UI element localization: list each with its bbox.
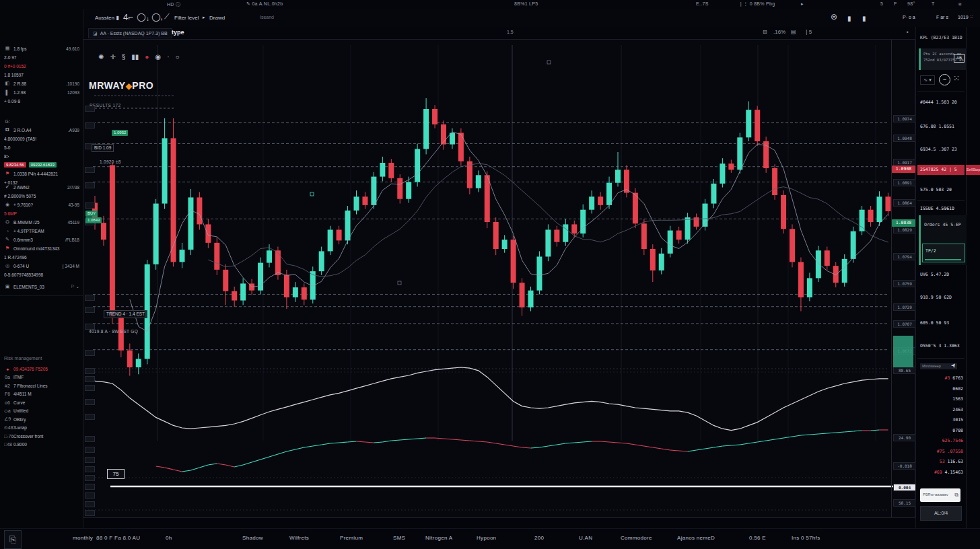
tab-tool-icon[interactable]: .16% [773,29,785,35]
watchlist-row[interactable]: ⚑1.0338 P4h 4-4442821 [4,170,79,178]
ladder-row[interactable]: 2463 [952,407,963,412]
chart-tab[interactable]: ◪ AA · Essts (NASDAQ 1P7.3) BB [88,28,172,38]
dom-row[interactable]: 605.0 50 93 [920,320,963,326]
tp-box[interactable]: TP/2 [922,244,965,262]
toolbar-item[interactable]: ▮ [862,15,866,22]
dom-row[interactable]: 6934.5 .307 23 [920,147,963,152]
watchlist-row[interactable]: 4.8000009 (TA5! [4,135,79,143]
toolbar-item[interactable]: P· o a [903,15,915,20]
risk-row[interactable]: F64/4511 M [4,390,79,398]
dom-row[interactable]: OS50'S 3 1.3063 [920,343,963,349]
titlebar-item[interactable]: HD ⓘ [167,1,180,8]
toolbar-item[interactable]: ▮ [847,15,851,22]
watchlist-row[interactable]: 1 R.472496 [4,253,79,261]
section-icon[interactable]: § [122,53,126,61]
globe-icon[interactable]: ✺ [98,53,104,61]
dot-icon[interactable]: · [167,53,169,61]
candlestick-chart[interactable] [83,40,915,517]
dom-row[interactable]: 676.08 1.0551 [920,124,963,129]
toolbar-item[interactable]: Drawd [209,15,225,21]
risk-row[interactable]: ∠9OBbry [4,415,79,423]
order-input[interactable]: P5Rw-aaaaav ⧉ [920,488,960,502]
minus-circle-button[interactable]: − [939,74,950,85]
dom-row[interactable]: UV6 5.47.2D [920,272,963,277]
titlebar-item[interactable]: F [894,1,897,6]
camera-icon[interactable]: ◉ [155,53,161,61]
titlebar-item[interactable]: ❘⋮ 0 8B% Pbg [739,1,775,7]
watchlist-row[interactable]: ◉+ 9.7610?43-95 [4,200,79,209]
risk-row[interactable]: o6Curve [4,398,79,406]
ladder-row[interactable]: 1563 [952,396,963,402]
dom-row[interactable]: 575.0 503 20 [920,187,963,192]
titlebar-item[interactable]: E..7S [696,1,709,6]
titlebar-item[interactable]: 5 [880,1,883,6]
watchlist-row[interactable]: 2-0 97 [4,53,79,61]
watchlist-row[interactable]: 9.8234.5609232.61833 [4,161,79,169]
watchlist-row[interactable]: ◧2 R.88.10190 [4,79,79,87]
bars-icon[interactable]: ▮▮ [131,53,139,61]
ladder-row[interactable]: 0708 [952,428,963,433]
titlebar-item[interactable]: 8B%1 LP5 [514,1,538,6]
dom-row-sell[interactable]: 2547825 42 | 5 [917,165,965,175]
watchlist-row[interactable]: ◎0-674 U| 3434 M [4,262,79,270]
watchlist-row[interactable]: ◔+ 4.9TPTREAM [4,227,79,235]
watchlist-row[interactable]: ⚑Omnimund md4T31343 [4,244,79,252]
toolbar-item[interactable]: Iseand [260,15,274,20]
watchlist-row[interactable]: 0-5.6079748534998 [4,270,79,279]
risk-row[interactable]: □-76Crossover front [4,432,79,440]
ladder-row[interactable]: 0602 [952,386,963,392]
dom-row[interactable]: 918.9 50 62D [920,295,963,300]
titlebar-item[interactable]: T [932,1,935,6]
ladder-row[interactable]: #69 4.15463 [934,470,963,475]
toolbar-item[interactable]: ↓ [146,15,149,22]
watchlist-row[interactable]: 5 6MP [4,209,79,217]
risk-row[interactable]: ◇aUntitled [4,407,79,415]
tab-tool-icon[interactable]: ▤ [791,29,796,35]
watchlist-row[interactable]: # 2.8000% 5075 [4,192,79,200]
flag-icon[interactable]: ⚐ ⌄ [71,284,79,289]
dom-row[interactable]: #0444 1.503 20 [920,100,963,105]
risk-row[interactable]: ●09.434376 F5205 [4,365,79,373]
tab-tool-icon[interactable]: ⊞ [763,29,767,35]
copy-icon[interactable]: ⧉ [954,492,958,499]
record-icon[interactable]: ● [145,53,149,61]
toolbar-item[interactable]: Filter level [174,15,199,21]
titlebar-item[interactable]: 98° [907,1,915,6]
watchlist-row[interactable]: ✎0.6mmm3/FLB18 [4,235,79,244]
toolbar-item[interactable]: ⊜ [831,12,837,22]
risk-row[interactable]: □480.8000 [4,441,79,449]
watchlist-row[interactable]: 1.8 10597 [4,71,79,79]
watchlist-row[interactable]: G: [4,117,79,125]
ladder-row[interactable]: 3015 [952,417,963,423]
submit-button[interactable]: AL:0/4 [920,506,962,521]
titlebar-item[interactable]: ✎ 0a A.NL.0h2b [246,1,283,7]
workspace-icon[interactable]: ⎘ [4,530,22,549]
risk-row[interactable]: 0aITMF [4,373,79,381]
toolbar-item[interactable]: ◯ [137,12,145,22]
tab-tool-icon[interactable]: ▪ [907,29,909,35]
watchlist-row[interactable]: 🞓3 R.O.A4.A939 [4,126,79,134]
risk-row[interactable]: #27 Fibonacci Lines [4,381,79,390]
watchlist-row[interactable]: ▌1.2.9812093 [4,88,79,96]
toolbar-item[interactable]: 1019 ⁙ [958,15,973,20]
toolbar-item[interactable]: ⟋ [164,12,170,21]
watchlist-row[interactable]: ▦1.8 fps49.610 [4,44,79,52]
risk-row[interactable]: ⊙483-wrap [4,424,79,432]
toolbar-item[interactable]: ◯, [151,12,163,22]
toolbar-item[interactable]: Aussten ▮ [95,15,119,21]
ladder-row[interactable]: 625.7546 [942,438,963,443]
toolbar-item[interactable]: F ar s [936,15,948,20]
ladder-row[interactable]: #3 6763 [945,375,963,381]
titlebar-item[interactable]: ⧇ [958,1,962,7]
circle-icon[interactable]: ○ [175,53,179,61]
elements-row[interactable]: ▣ ELEMENTS_03 ⚐ ⌄ [4,283,79,291]
ladder-row[interactable]: 53 116.63 [940,459,963,464]
watchlist-row[interactable]: 0 #+0 0152 [4,62,79,70]
crosshair-icon[interactable]: ✛ [110,53,115,61]
watchlist-row[interactable]: + 0.09-8 [4,97,79,105]
chart-area[interactable]: ✺✛§▮▮●◉·○ MRWAY◆PRO RESULTS 172 75 1.097… [83,39,915,518]
watchlist-row[interactable]: ⛭B.MMMM /2545119 [4,218,79,226]
watchlist-row[interactable]: ✔2 AWN22/7/38 [4,183,79,191]
position-card[interactable]: Pts 2C ascends on 752nd 03/073757 4% AB [919,48,967,70]
wave-select[interactable]: ∿ ▾ [920,75,935,85]
